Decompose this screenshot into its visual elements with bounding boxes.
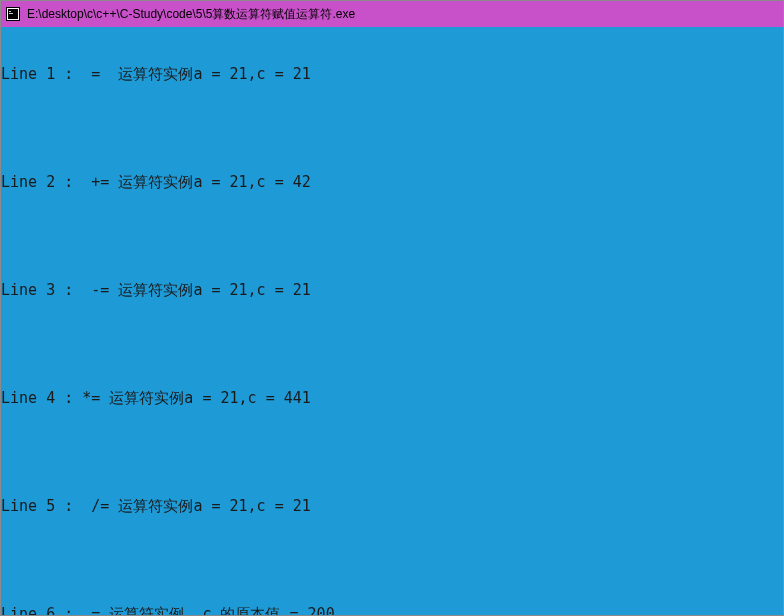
console-line: Line 5 : /= 运算符实例a = 21,c = 21	[1, 497, 783, 515]
svg-rect-4	[9, 13, 13, 14]
window-title: E:\desktop\c\c++\C-Study\code\5\5算数运算符赋值…	[27, 6, 355, 23]
console-line	[1, 119, 783, 137]
console-line: Line 3 : -= 运算符实例a = 21,c = 21	[1, 281, 783, 299]
titlebar[interactable]: E:\desktop\c\c++\C-Study\code\5\5算数运算符赋值…	[1, 1, 783, 27]
console-line: Line 6 : = 运算符实例, c 的原本值 = 200	[1, 605, 783, 615]
console-line	[1, 443, 783, 461]
app-icon	[5, 6, 21, 22]
console-line	[1, 335, 783, 353]
console-line	[1, 227, 783, 245]
console-line: Line 1 : = 运算符实例a = 21,c = 21	[1, 65, 783, 83]
console-output[interactable]: Line 1 : = 运算符实例a = 21,c = 21 Line 2 : +…	[1, 27, 783, 615]
console-line: Line 4 : *= 运算符实例a = 21,c = 441	[1, 389, 783, 407]
console-line: Line 2 : += 运算符实例a = 21,c = 42	[1, 173, 783, 191]
console-line	[1, 551, 783, 569]
console-window: E:\desktop\c\c++\C-Study\code\5\5算数运算符赋值…	[0, 0, 784, 616]
svg-rect-3	[9, 11, 11, 12]
